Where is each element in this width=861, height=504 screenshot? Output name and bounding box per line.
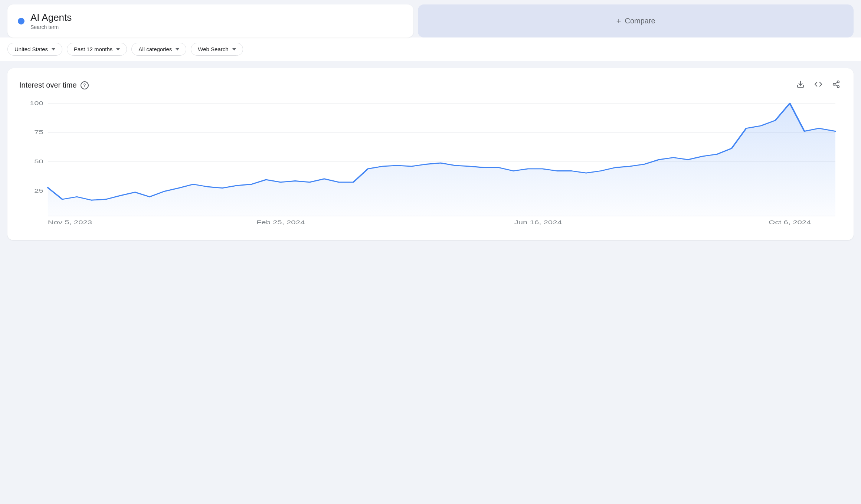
- svg-text:100: 100: [30, 100, 43, 106]
- filter-category[interactable]: All categories: [131, 43, 186, 56]
- compare-label: Compare: [625, 17, 655, 25]
- chevron-down-icon: [116, 48, 120, 50]
- svg-line-4: [835, 85, 837, 86]
- svg-text:Nov 5, 2023: Nov 5, 2023: [48, 219, 92, 225]
- search-term-text: AI Agents Search term: [30, 12, 72, 30]
- svg-text:Jun 16, 2024: Jun 16, 2024: [514, 219, 562, 225]
- svg-text:25: 25: [34, 188, 43, 194]
- chart-title-group: Interest over time ?: [19, 81, 89, 89]
- svg-line-5: [835, 82, 837, 84]
- filter-time[interactable]: Past 12 months: [67, 43, 127, 56]
- filter-region[interactable]: United States: [7, 43, 62, 56]
- interest-chart: 100 75 50 25: [19, 99, 842, 233]
- download-button[interactable]: [795, 79, 806, 92]
- chevron-down-icon: [176, 48, 179, 50]
- filters-bar: United States Past 12 months All categor…: [0, 37, 861, 61]
- share-button[interactable]: [831, 79, 842, 92]
- svg-text:Oct 6, 2024: Oct 6, 2024: [769, 219, 811, 225]
- svg-text:Feb 25, 2024: Feb 25, 2024: [256, 219, 305, 225]
- chart-header: Interest over time ?: [19, 79, 842, 92]
- svg-text:75: 75: [34, 129, 43, 135]
- filter-search-type[interactable]: Web Search: [191, 43, 243, 56]
- search-term-card: AI Agents Search term: [7, 4, 413, 37]
- compare-plus-icon: +: [616, 16, 621, 26]
- search-term-title: AI Agents: [30, 12, 72, 23]
- chart-card: Interest over time ?: [7, 68, 854, 240]
- filter-search-type-label: Web Search: [198, 46, 228, 52]
- chart-actions: [795, 79, 842, 92]
- chart-wrapper: 100 75 50 25: [19, 99, 842, 233]
- filter-category-label: All categories: [138, 46, 172, 52]
- filter-time-label: Past 12 months: [74, 46, 112, 52]
- embed-button[interactable]: [813, 79, 824, 92]
- help-icon[interactable]: ?: [81, 81, 89, 89]
- compare-card[interactable]: + Compare: [418, 4, 854, 37]
- search-term-subtitle: Search term: [30, 24, 72, 30]
- filter-region-label: United States: [14, 46, 48, 52]
- chevron-down-icon: [232, 48, 236, 50]
- chevron-down-icon: [52, 48, 55, 50]
- svg-marker-15: [48, 103, 835, 216]
- svg-text:50: 50: [34, 158, 43, 164]
- search-dot: [18, 18, 24, 24]
- chart-title: Interest over time: [19, 81, 77, 89]
